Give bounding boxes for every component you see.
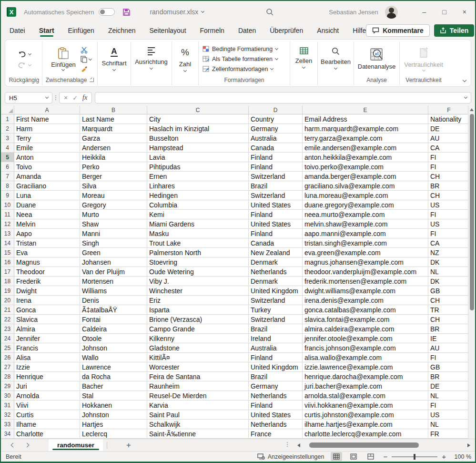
ribbon-tab-daten[interactable]: Daten <box>238 23 256 38</box>
cell-C25[interactable]: Gladstone <box>147 343 249 353</box>
row-header-17[interactable]: 17 <box>1 267 14 277</box>
page-break-view-button[interactable] <box>365 452 376 461</box>
cell-D15[interactable]: New Zealand <box>249 248 303 257</box>
cancel-entry-icon[interactable]: × <box>64 94 68 102</box>
row-header-18[interactable]: 18 <box>1 277 14 286</box>
minimize-button[interactable]: – <box>423 8 426 16</box>
row-header-24[interactable]: 24 <box>1 334 14 343</box>
cell-D13[interactable]: Finland <box>249 229 303 238</box>
excel-logo-icon[interactable]: X <box>7 7 16 17</box>
cell-E7[interactable]: amanda.berger@example.com <box>303 172 428 181</box>
cell-B31[interactable]: Hokkanen <box>80 401 147 410</box>
cell-C33[interactable]: Schalkwijk <box>147 420 249 429</box>
ribbon-tab-formeln[interactable]: Formeln <box>200 23 224 38</box>
cell-B17[interactable]: Van der Pluijm <box>80 267 147 277</box>
format-painter-button[interactable] <box>81 65 88 72</box>
cell-C21[interactable]: Isparta <box>147 305 249 315</box>
zoom-slider-handle[interactable] <box>414 454 415 460</box>
splitter-handle-icon[interactable] <box>287 442 288 447</box>
user-name[interactable]: Sebastian Jensen <box>329 9 378 16</box>
cell-E28[interactable]: henrique.darocha@example.com <box>303 372 428 381</box>
cell-E14[interactable]: tristan.singh@example.com <box>303 238 428 248</box>
cell-E32[interactable]: curtis.johnston@example.com <box>303 410 428 420</box>
cell-E4[interactable]: emile.andersen@example.com <box>303 143 428 153</box>
cell-D5[interactable]: Finland <box>249 153 303 162</box>
column-header-A[interactable]: A <box>14 106 80 114</box>
cell-E20[interactable]: irena.denis@example.com <box>303 296 428 305</box>
cell-B22[interactable]: Fontai <box>80 315 147 324</box>
row-header-20[interactable]: 20 <box>1 296 14 305</box>
ribbon-tab-überprüfen[interactable]: Überprüfen <box>270 23 303 38</box>
ribbon-tab-datei[interactable]: Datei <box>10 23 25 38</box>
cell-D6[interactable]: Finland <box>249 162 303 172</box>
row-header-33[interactable]: 33 <box>1 420 14 429</box>
cell-A25[interactable]: Francis <box>14 343 80 353</box>
cell-C23[interactable]: Campo Grande <box>147 324 249 334</box>
ribbon-tab-ansicht[interactable]: Ansicht <box>317 23 339 38</box>
cell-A19[interactable]: Dwight <box>14 286 80 296</box>
cell-F4[interactable]: CA <box>428 143 470 153</box>
cell-B4[interactable]: Andersen <box>80 143 147 153</box>
cell-B14[interactable]: Singh <box>80 238 147 248</box>
cell-A5[interactable]: Anton <box>14 153 80 162</box>
normal-view-button[interactable] <box>331 452 342 461</box>
cell-C9[interactable]: Hedingen <box>147 191 249 200</box>
cell-C24[interactable]: Kilkenny <box>147 334 249 343</box>
cell-F8[interactable]: BR <box>428 181 470 191</box>
cell-F10[interactable]: US <box>428 200 470 210</box>
cell-D3[interactable]: Australia <box>249 134 303 143</box>
cell-E29[interactable]: juri.bacher@example.com <box>303 381 428 391</box>
cell-E30[interactable]: arnolda.stal@example.com <box>303 391 428 401</box>
cell-D26[interactable]: Finland <box>249 353 303 362</box>
cell-B2[interactable]: Marquardt <box>80 124 147 134</box>
cell-E25[interactable]: francis.johnson@example.com <box>303 343 428 353</box>
cell-C19[interactable]: Winchester <box>147 286 249 296</box>
row-header-28[interactable]: 28 <box>1 372 14 381</box>
row-header-30[interactable]: 30 <box>1 391 14 401</box>
scroll-right-icon[interactable] <box>467 443 470 447</box>
cell-F31[interactable]: FI <box>428 401 470 410</box>
cell-A16[interactable]: Magnus <box>14 257 80 267</box>
row-header-16[interactable]: 16 <box>1 257 14 267</box>
cell-C2[interactable]: Haslach im Kinzigtal <box>147 124 249 134</box>
cut-button[interactable] <box>81 47 88 53</box>
cell-C29[interactable]: Raunheim <box>147 381 249 391</box>
cell-A7[interactable]: Amanda <box>14 172 80 181</box>
cell-B10[interactable]: Gregory <box>80 200 147 210</box>
cell-C17[interactable]: Oude Wetering <box>147 267 249 277</box>
cell-C31[interactable]: Karvia <box>147 401 249 410</box>
cell-B6[interactable]: Perko <box>80 162 147 172</box>
cell-B13[interactable]: Manni <box>80 229 147 238</box>
cell-B3[interactable]: Garza <box>80 134 147 143</box>
cell-D24[interactable]: Ireland <box>249 334 303 343</box>
ribbon-tab-hilfe[interactable]: Hilfe <box>353 23 366 38</box>
column-header-E[interactable]: E <box>303 106 428 114</box>
cell-C30[interactable]: Reusel-De Mierden <box>147 391 249 401</box>
cell-B26[interactable]: Wallo <box>80 353 147 362</box>
cell-D10[interactable]: United States <box>249 200 303 210</box>
cell-A30[interactable]: Arnolda <box>14 391 80 401</box>
cell-C3[interactable]: Busselton <box>147 134 249 143</box>
cell-F34[interactable]: FR <box>428 429 470 439</box>
cell-B28[interactable]: da Rocha <box>80 372 147 381</box>
collapse-ribbon-button[interactable] <box>463 75 466 83</box>
close-button[interactable]: × <box>463 8 466 16</box>
cell-E23[interactable]: almira.caldeira@example.com <box>303 324 428 334</box>
comments-button[interactable]: Kommentare <box>366 24 430 37</box>
cell-A6[interactable]: Toivo <box>14 162 80 172</box>
row-header-7[interactable]: 7 <box>1 172 14 181</box>
cell-D4[interactable]: Canada <box>249 143 303 153</box>
cell-A18[interactable]: Frederik <box>14 277 80 286</box>
alignment-button[interactable]: Ausrichtung <box>133 42 170 84</box>
cells-button[interactable]: Zellen <box>292 42 315 84</box>
cell-E17[interactable]: theodoor.vanderpluijm@example.com <box>303 267 428 277</box>
cell-F15[interactable]: NZ <box>428 248 470 257</box>
cell-C16[interactable]: Stoevring <box>147 257 249 267</box>
cell-B12[interactable]: Shaw <box>80 219 147 229</box>
cell-B32[interactable]: Johnston <box>80 410 147 420</box>
cell-A29[interactable]: Juri <box>14 381 80 391</box>
cell-B18[interactable]: Mortensen <box>80 277 147 286</box>
row-header-9[interactable]: 9 <box>1 191 14 200</box>
zoom-out-button[interactable]: − <box>383 453 387 461</box>
cell-A23[interactable]: Almira <box>14 324 80 334</box>
